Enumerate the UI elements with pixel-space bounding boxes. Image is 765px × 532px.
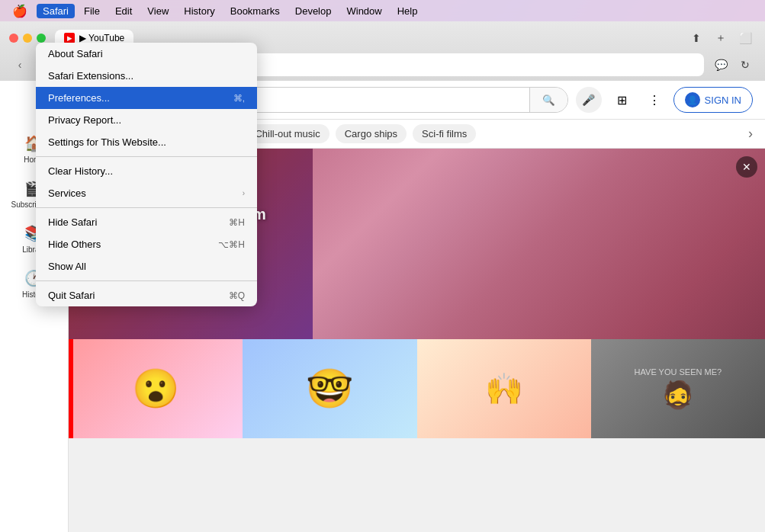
separator-1	[36, 156, 257, 157]
hero-close-button[interactable]: ✕	[736, 156, 757, 178]
tab-actions: ⬆ ＋ ⬜	[686, 27, 756, 49]
apple-menu[interactable]: 🍎	[6, 2, 34, 20]
menubar-safari[interactable]: Safari	[37, 4, 75, 18]
reload-button[interactable]: ↻	[734, 54, 756, 75]
menu-preferences[interactable]: Preferences... ⌘,	[36, 87, 257, 109]
thumbnail-3[interactable]: 🙌	[417, 339, 591, 438]
minimize-button[interactable]	[23, 34, 32, 43]
hide-safari-shortcut: ⌘H	[229, 217, 245, 228]
menubar-help[interactable]: Help	[391, 4, 424, 18]
menu-privacy-report[interactable]: Privacy Report...	[36, 109, 257, 131]
sidebar-button[interactable]: ⬜	[734, 27, 756, 49]
thumb-face-4: HAVE YOU SEEN ME? 🧔	[591, 339, 765, 438]
mic-button[interactable]: 🎤	[576, 87, 602, 113]
menu-clear-history[interactable]: Clear History...	[36, 160, 257, 182]
menubar: 🍎 Safari File Edit View History Bookmark…	[0, 0, 765, 21]
menu-about-safari-label: About Safari	[48, 48, 103, 59]
separator-3	[36, 280, 257, 281]
header-actions: ⊞ ⋮ 👤 SIGN IN	[609, 87, 753, 113]
menu-safari-extensions-label: Safari Extensions...	[48, 70, 133, 82]
services-arrow: ›	[243, 189, 245, 197]
menu-settings-website[interactable]: Settings for This Website...	[36, 131, 257, 153]
thumb-face-1: 😮	[69, 339, 243, 438]
new-tab-button[interactable]: ＋	[710, 27, 731, 49]
menu-quit-safari-label: Quit Safari	[48, 290, 95, 301]
menu-about-safari[interactable]: About Safari	[36, 43, 257, 65]
back-button[interactable]: ‹	[9, 54, 31, 75]
menubar-edit[interactable]: Edit	[109, 4, 138, 18]
thumb-face-2: 🤓	[243, 339, 416, 438]
thumb-face-3: 🙌	[417, 339, 591, 438]
chip-sci-fi-films[interactable]: Sci-fi films	[413, 124, 476, 143]
menu-preferences-label: Preferences...	[48, 92, 110, 104]
browser-toolbar-actions: 💬 ↻	[710, 54, 756, 75]
sign-in-icon: 👤	[685, 92, 700, 107]
apps-button[interactable]: ⊞	[609, 87, 635, 113]
tab-title: ▶ YouTube	[79, 33, 124, 43]
menu-show-all-label: Show All	[48, 261, 86, 272]
menubar-bookmarks[interactable]: Bookmarks	[224, 4, 286, 18]
menubar-window[interactable]: Window	[340, 4, 387, 18]
traffic-lights	[9, 34, 46, 43]
menu-quit-safari[interactable]: Quit Safari ⌘Q	[36, 284, 257, 306]
menu-hide-others-label: Hide Others	[48, 239, 101, 250]
share-button[interactable]: ⬆	[686, 27, 707, 49]
youtube-favicon: ▶	[64, 33, 75, 43]
browser-window: ▶ ▶ YouTube ⬆ ＋ ⬜ ‹ › 🔒 youtube.com 💬 ↻	[0, 21, 765, 532]
close-button[interactable]	[9, 34, 18, 43]
menu-privacy-report-label: Privacy Report...	[48, 114, 121, 126]
translate-button[interactable]: 💬	[710, 54, 731, 75]
thumbnail-strip: 😮 🤓 🙌 HAVE YOU SEEN ME? 🧔	[69, 339, 765, 438]
menu-hide-safari[interactable]: Hide Safari ⌘H	[36, 211, 257, 233]
menu-clear-history-label: Clear History...	[48, 165, 113, 177]
menu-hide-others[interactable]: Hide Others ⌥⌘H	[36, 233, 257, 255]
menu-show-all[interactable]: Show All	[36, 255, 257, 277]
sign-in-button[interactable]: 👤 SIGN IN	[673, 87, 753, 113]
search-button[interactable]: 🔍	[529, 88, 567, 112]
menu-safari-extensions[interactable]: Safari Extensions...	[36, 65, 257, 87]
maximize-button[interactable]	[37, 34, 46, 43]
separator-2	[36, 207, 257, 208]
more-button[interactable]: ⋮	[641, 87, 667, 113]
thumbnail-1[interactable]: 😮	[69, 339, 243, 438]
sign-in-label: SIGN IN	[705, 95, 741, 106]
menubar-file[interactable]: File	[78, 4, 106, 18]
hero-person-image	[313, 149, 765, 339]
chips-more-button[interactable]: ›	[748, 126, 753, 142]
menu-hide-safari-label: Hide Safari	[48, 216, 97, 228]
menubar-view[interactable]: View	[141, 4, 175, 18]
hide-others-shortcut: ⌥⌘H	[218, 239, 245, 250]
thumbnail-4[interactable]: HAVE YOU SEEN ME? 🧔	[591, 339, 765, 438]
menubar-develop[interactable]: Develop	[289, 4, 338, 18]
chip-cargo-ships[interactable]: Cargo ships	[336, 124, 407, 143]
menu-services-label: Services	[48, 187, 86, 199]
preferences-shortcut: ⌘,	[233, 93, 245, 104]
safari-dropdown-menu: About Safari Safari Extensions... Prefer…	[36, 43, 257, 306]
quit-safari-shortcut: ⌘Q	[229, 290, 245, 301]
thumbnail-2[interactable]: 🤓	[243, 339, 416, 438]
menu-services[interactable]: Services ›	[36, 182, 257, 204]
menu-settings-website-label: Settings for This Website...	[48, 136, 166, 148]
chip-chill-out-music[interactable]: Chill-out music	[246, 124, 329, 143]
menubar-history[interactable]: History	[178, 4, 220, 18]
